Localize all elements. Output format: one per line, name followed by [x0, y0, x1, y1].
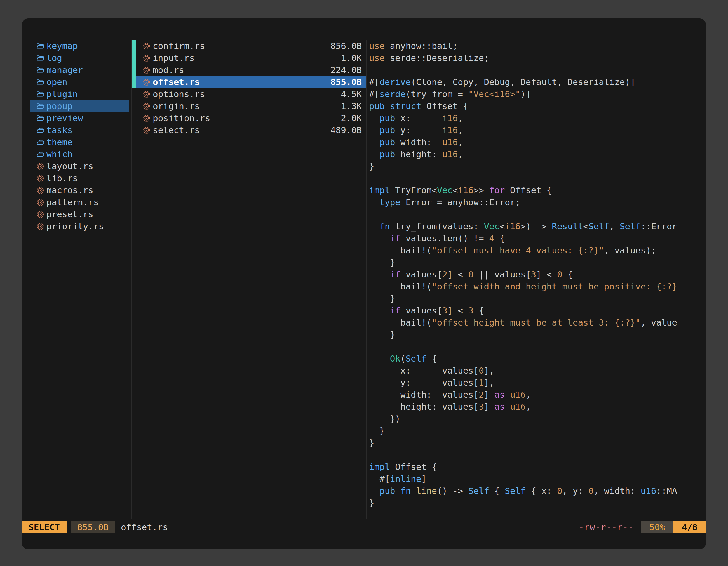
file-row-mod-rs[interactable]: mod.rs224.0B: [132, 64, 366, 76]
code-token: 4: [489, 233, 494, 243]
code-token: y:: [395, 125, 442, 135]
rust-file-icon: [142, 66, 151, 74]
code-line: use anyhow::bail;: [369, 40, 703, 52]
code-token: Self: [620, 221, 641, 231]
entry-name: options.rs: [153, 88, 205, 100]
pane-divider-left: [131, 40, 132, 519]
file-row-origin-rs[interactable]: origin.rs1.3K: [132, 100, 366, 112]
code-token: for: [489, 185, 505, 195]
code-token: [369, 353, 390, 363]
code-token: type: [379, 197, 400, 207]
status-bar: SELECT 855.0B offset.rs -rw-r--r-- 50% 4…: [22, 521, 706, 533]
sidebar-item-plugin[interactable]: plugin: [30, 88, 129, 100]
code-token: u16: [641, 486, 656, 496]
code-token: [369, 137, 379, 147]
file-row-select-rs[interactable]: select.rs489.0B: [132, 124, 366, 136]
code-line: [369, 208, 703, 220]
code-token: serde::Deserialize;: [385, 53, 489, 63]
file-row-content: select.rs489.0B: [136, 124, 366, 136]
sidebar-item-popup[interactable]: popup: [30, 100, 129, 112]
code-line: }: [369, 292, 703, 304]
code-token: "offset height must be at least 3: {:?}": [432, 317, 641, 327]
sidebar-item-layout-rs[interactable]: layout.rs: [30, 160, 129, 172]
code-token: ,: [458, 149, 463, 159]
code-token: Ok: [390, 353, 400, 363]
code-token: #[: [369, 89, 379, 99]
code-token: "Vec<i16>": [468, 89, 521, 99]
file-row-input-rs[interactable]: input.rs1.0K: [132, 52, 366, 64]
code-token: Self: [468, 486, 489, 496]
sidebar-item-lib-rs[interactable]: lib.rs: [30, 172, 129, 184]
sidebar-item-which[interactable]: which: [30, 148, 129, 160]
code-token: Self: [588, 221, 609, 231]
sidebar-item-open[interactable]: open: [30, 76, 129, 88]
sidebar-item-pattern-rs[interactable]: pattern.rs: [30, 196, 129, 208]
entry-name: theme: [46, 136, 72, 148]
sidebar-item-preview[interactable]: preview: [30, 112, 129, 124]
rust-file-icon: [142, 78, 151, 86]
code-line: }): [369, 413, 703, 425]
code-token: ,: [609, 221, 620, 231]
open-folder-icon: [36, 78, 44, 86]
code-token: }: [369, 293, 395, 303]
code-line: #[serde(try_from = "Vec<i16>")]: [369, 88, 703, 100]
sidebar-item-priority-rs[interactable]: priority.rs: [30, 220, 129, 233]
code-token: ] <: [536, 269, 557, 280]
code-token: (try_from =: [406, 89, 468, 99]
file-row-options-rs[interactable]: options.rs4.5K: [132, 88, 366, 100]
code-token: ]: [484, 401, 494, 412]
code-token: ,: [458, 137, 463, 147]
code-line: pub y: i16,: [369, 124, 703, 136]
sidebar-item-log[interactable]: log: [30, 52, 129, 64]
code-token: as: [494, 389, 505, 400]
code-token: [505, 401, 510, 412]
entry-name: priority.rs: [46, 220, 104, 233]
code-token: try_from(values:: [390, 221, 484, 231]
file-size: 1.3K: [341, 100, 362, 112]
code-token: }: [369, 161, 374, 171]
entry-name: origin.rs: [153, 100, 200, 112]
code-token: ,: [526, 389, 531, 400]
code-token: [369, 197, 379, 207]
sidebar-item-manager[interactable]: manager: [30, 64, 129, 76]
code-token: y: values[: [369, 377, 479, 387]
sidebar-item-theme[interactable]: theme: [30, 136, 129, 148]
status-right: -rw-r--r-- 50% 4/8: [579, 521, 706, 533]
sidebar-item-preset-rs[interactable]: preset.rs: [30, 208, 129, 220]
status-left: SELECT 855.0B offset.rs: [22, 521, 168, 533]
code-line: [369, 64, 703, 76]
entry-name: preset.rs: [46, 208, 93, 220]
code-token: <: [500, 221, 505, 231]
code-token: i16: [442, 113, 458, 123]
code-token: [369, 233, 390, 243]
code-token: {: [473, 305, 484, 315]
code-token: ] <: [447, 305, 468, 315]
code-line: if values[3] < 3 {: [369, 304, 703, 316]
open-folder-icon: [36, 42, 44, 50]
code-token: pub struct: [369, 101, 421, 111]
code-line: }: [369, 437, 703, 449]
selection-mark: [132, 76, 136, 88]
sidebar-item-macros-rs[interactable]: macros.rs: [30, 184, 129, 196]
code-token: 0: [468, 269, 474, 280]
code-token: pub: [379, 149, 395, 159]
sidebar-item-tasks[interactable]: tasks: [30, 124, 129, 136]
code-token: impl: [369, 462, 390, 472]
open-folder-icon: [36, 150, 44, 159]
code-token: u16: [442, 149, 458, 159]
code-token: height: values[: [369, 401, 479, 412]
code-token: <: [453, 185, 458, 195]
code-token: [411, 486, 416, 496]
code-token: () ->: [437, 486, 468, 496]
sidebar-item-keymap[interactable]: keymap: [30, 40, 129, 52]
code-token: Result: [552, 221, 583, 231]
file-row-content: offset.rs855.0B: [136, 76, 366, 88]
file-row-offset-rs[interactable]: offset.rs855.0B: [132, 76, 366, 88]
code-line: impl Offset {: [369, 461, 703, 473]
code-token: Offset {: [421, 101, 468, 111]
file-row-confirm-rs[interactable]: confirm.rs856.0B: [132, 40, 366, 52]
code-token: "offset width and height must be positiv…: [432, 281, 677, 291]
code-token: #[: [369, 77, 379, 87]
code-token: i16: [442, 125, 458, 135]
file-row-position-rs[interactable]: position.rs2.0K: [132, 112, 366, 124]
